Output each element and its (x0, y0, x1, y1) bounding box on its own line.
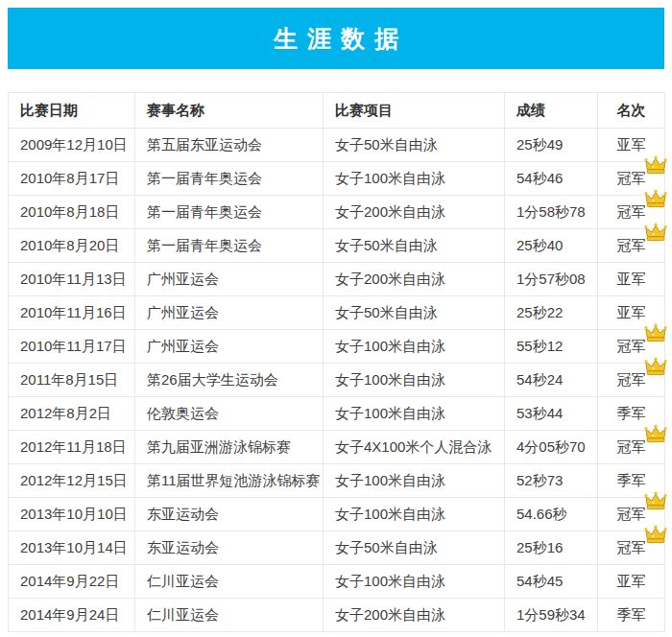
cell-competition-date: 2014年9月22日 (9, 565, 135, 599)
rank-label: 亚军 (617, 304, 646, 320)
cell-result: 54秒45 (505, 565, 598, 599)
table-row: 2009年12月10日第五届东亚运动会女子50米自由泳25秒49亚军 (9, 129, 665, 162)
cell-competition-date: 2010年8月20日 (9, 229, 135, 263)
cell-event-name: 仁川亚运会 (135, 565, 324, 599)
cell-rank: 冠军 (598, 364, 665, 397)
cell-event-name: 第五届东亚运动会 (135, 129, 324, 162)
cell-result: 25秒22 (505, 296, 598, 330)
cell-result: 53秒44 (505, 397, 598, 431)
cell-event-name: 第11届世界短池游泳锦标赛 (135, 464, 324, 498)
career-table-header: 比赛日期赛事名称比赛项目成绩名次 (9, 93, 665, 129)
cell-result: 1分57秒08 (505, 263, 598, 296)
column-header-competition-date: 比赛日期 (9, 93, 135, 129)
cell-competition-item: 女子100米自由泳 (324, 565, 505, 599)
cell-rank: 亚军 (598, 565, 665, 599)
cell-competition-date: 2010年11月13日 (9, 263, 135, 296)
header-row: 比赛日期赛事名称比赛项目成绩名次 (9, 93, 665, 129)
table-row: 2014年9月24日仁川亚运会女子200米自由泳1分59秒34季军 (9, 599, 665, 632)
cell-result: 25秒40 (505, 229, 598, 263)
rank-label: 冠军 (617, 539, 646, 555)
cell-event-name: 仁川亚运会 (135, 599, 324, 632)
crown-icon (644, 189, 667, 210)
table-row: 2012年11月18日第九届亚洲游泳锦标赛女子4X100米个人混合泳4分05秒7… (9, 431, 665, 464)
cell-competition-item: 女子200米自由泳 (324, 196, 505, 229)
table-row: 2012年8月2日伦敦奥运会女子100米自由泳53秒44季军 (9, 397, 665, 431)
table-row: 2010年11月13日广州亚运会女子200米自由泳1分57秒08亚军 (9, 263, 665, 296)
cell-competition-date: 2012年12月15日 (9, 464, 135, 498)
cell-result: 25秒49 (505, 129, 598, 162)
rank-label: 亚军 (617, 573, 646, 589)
cell-event-name: 第一届青年奥运会 (135, 196, 324, 229)
cell-result: 1分59秒34 (505, 599, 598, 632)
table-row: 2013年10月10日东亚运动会女子100米自由泳54.66秒冠军 (9, 498, 665, 531)
table-row: 2010年11月17日广州亚运会女子100米自由泳55秒12冠军 (9, 330, 665, 364)
rank-label: 冠军 (617, 237, 646, 253)
column-header-competition-item: 比赛项目 (324, 93, 505, 129)
table-row: 2010年8月20日第一届青年奥运会女子50米自由泳25秒40冠军 (9, 229, 665, 263)
table-row: 2014年9月22日仁川亚运会女子100米自由泳54秒45亚军 (9, 565, 665, 599)
table-row: 2010年8月18日第一届青年奥运会女子200米自由泳1分58秒78冠军 (9, 196, 665, 229)
crown-icon (644, 357, 667, 378)
cell-competition-date: 2010年11月16日 (9, 296, 135, 330)
cell-rank: 冠军 (598, 531, 665, 565)
cell-competition-item: 女子50米自由泳 (324, 229, 505, 263)
rank-label: 亚军 (617, 136, 646, 153)
rank-label: 季军 (617, 606, 646, 623)
cell-competition-date: 2012年11月18日 (9, 431, 135, 464)
cell-competition-date: 2009年12月10日 (9, 129, 135, 162)
cell-competition-item: 女子50米自由泳 (324, 531, 505, 565)
cell-rank: 冠军 (598, 229, 665, 263)
cell-competition-date: 2010年11月17日 (9, 330, 135, 364)
cell-competition-item: 女子100米自由泳 (324, 162, 505, 196)
cell-competition-item: 女子100米自由泳 (324, 364, 505, 397)
cell-rank: 冠军 (598, 431, 665, 464)
cell-event-name: 广州亚运会 (135, 263, 324, 296)
cell-competition-item: 女子4X100米个人混合泳 (324, 431, 505, 464)
table-row: 2013年10月14日东亚运动会女子50米自由泳25秒16冠军 (9, 531, 665, 565)
cell-event-name: 第一届青年奥运会 (135, 229, 324, 263)
cell-rank: 季军 (598, 599, 665, 632)
rank-label: 季军 (617, 472, 646, 488)
cell-competition-item: 女子50米自由泳 (324, 129, 505, 162)
cell-result: 54秒24 (505, 364, 598, 397)
cell-result: 1分58秒78 (505, 196, 598, 229)
rank-label: 冠军 (617, 338, 646, 354)
cell-event-name: 广州亚运会 (135, 330, 324, 364)
cell-event-name: 东亚运动会 (135, 531, 324, 565)
career-data-page: 生涯数据 比赛日期赛事名称比赛项目成绩名次 2009年12月10日第五届东亚运动… (0, 0, 672, 637)
cell-competition-date: 2010年8月17日 (9, 162, 135, 196)
crown-icon (644, 323, 667, 344)
cell-result: 54.66秒 (505, 498, 598, 531)
table-row: 2011年8月15日第26届大学生运动会女子100米自由泳54秒24冠军 (9, 364, 665, 397)
rank-label: 冠军 (617, 203, 646, 220)
cell-event-name: 第26届大学生运动会 (135, 364, 324, 397)
cell-competition-item: 女子100米自由泳 (324, 330, 505, 364)
cell-competition-date: 2013年10月10日 (9, 498, 135, 531)
column-header-rank: 名次 (598, 93, 665, 129)
cell-competition-date: 2014年9月24日 (9, 599, 135, 632)
table-row: 2010年11月16日广州亚运会女子50米自由泳25秒22亚军 (9, 296, 665, 330)
table-row: 2010年8月17日第一届青年奥运会女子100米自由泳54秒46冠军 (9, 162, 665, 196)
rank-label: 亚军 (617, 271, 646, 287)
table-row: 2012年12月15日第11届世界短池游泳锦标赛女子100米自由泳52秒73季军 (9, 464, 665, 498)
cell-result: 55秒12 (505, 330, 598, 364)
cell-event-name: 第一届青年奥运会 (135, 162, 324, 196)
crown-icon (644, 424, 667, 445)
cell-result: 52秒73 (505, 464, 598, 498)
cell-competition-date: 2013年10月14日 (9, 531, 135, 565)
column-header-event-name: 赛事名称 (135, 93, 324, 129)
cell-competition-item: 女子100米自由泳 (324, 464, 505, 498)
career-table-body: 2009年12月10日第五届东亚运动会女子50米自由泳25秒49亚军2010年8… (9, 129, 665, 632)
cell-event-name: 东亚运动会 (135, 498, 324, 531)
column-header-result: 成绩 (505, 93, 598, 129)
cell-result: 4分05秒70 (505, 431, 598, 464)
cell-competition-date: 2011年8月15日 (9, 364, 135, 397)
crown-icon (644, 525, 667, 546)
crown-icon (644, 223, 667, 244)
cell-event-name: 广州亚运会 (135, 296, 324, 330)
career-data-table: 比赛日期赛事名称比赛项目成绩名次 2009年12月10日第五届东亚运动会女子50… (8, 92, 665, 632)
rank-label: 冠军 (617, 438, 646, 455)
page-title-banner: 生涯数据 (8, 8, 664, 69)
crown-icon (644, 155, 667, 177)
cell-competition-date: 2012年8月2日 (9, 397, 135, 431)
